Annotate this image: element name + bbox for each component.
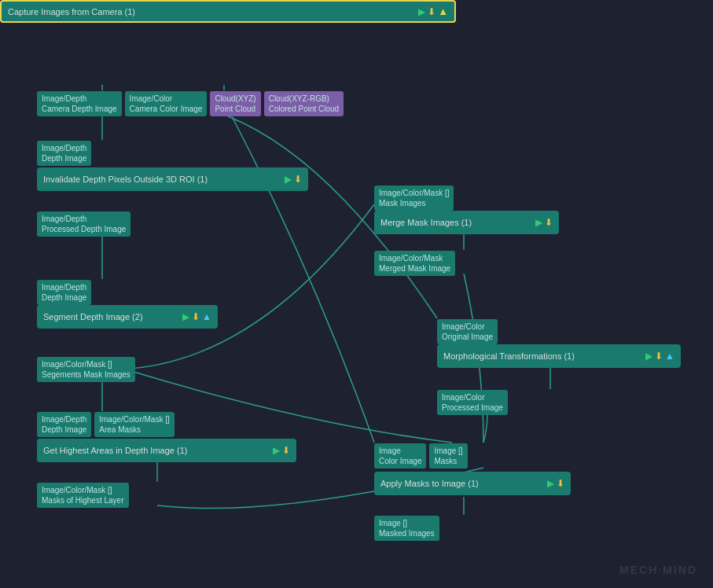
segment-actions[interactable]: ▶ ⬇ ▲	[182, 311, 211, 322]
capture-arrow-icon[interactable]: ⬇	[428, 6, 436, 17]
get-highest-arrow-icon[interactable]: ⬇	[282, 445, 290, 456]
apply-out-label: Image []Masked Images	[374, 516, 439, 541]
merge-out-port: Image/Color/MaskMerged Mask Image	[374, 250, 455, 277]
morph-person-icon[interactable]: ▲	[665, 351, 674, 362]
segment-out-port: Image/Color/Mask []Segements Mask Images	[37, 356, 135, 383]
apply-in2-label: Image []Masks	[429, 443, 467, 469]
port-depth-image: Image/DepthCamera Depth Image	[37, 91, 122, 116]
apply-node: Apply Masks to Image (1) ▶ ⬇	[374, 472, 571, 495]
segment-label: Segment Depth Image (2)	[43, 312, 143, 322]
invalidate-out-label: Image/DepthProcessed Depth Image	[37, 211, 130, 237]
morph-out-label: Image/ColorProcessed Image	[437, 390, 508, 415]
get-highest-out-label: Image/Color/Mask []Masks of Highest Laye…	[37, 483, 129, 508]
merge-out-label: Image/Color/MaskMerged Mask Image	[374, 251, 455, 276]
invalidate-out-port: Image/DepthProcessed Depth Image	[37, 211, 130, 237]
morph-in-label: Image/ColorOriginal Image	[437, 319, 498, 344]
segment-person-icon[interactable]: ▲	[202, 311, 211, 322]
invalidate-node: Invalidate Depth Pixels Outside 3D ROI (…	[37, 167, 308, 191]
morph-box: Morphological Transformations (1) ▶ ⬇ ▲	[437, 344, 681, 368]
capture-expand-icon[interactable]: ▲	[438, 6, 448, 17]
invalidate-play-icon[interactable]: ▶	[285, 174, 292, 185]
apply-arrow-icon[interactable]: ⬇	[557, 478, 564, 489]
segment-out-label: Image/Color/Mask []Segements Mask Images	[37, 357, 135, 382]
segment-play-icon[interactable]: ▶	[182, 311, 189, 322]
apply-play-icon[interactable]: ▶	[547, 478, 554, 489]
merge-box: Merge Mask Images (1) ▶ ⬇	[374, 211, 559, 234]
morph-out-port: Image/ColorProcessed Image	[437, 389, 508, 416]
morph-in-port: Image/ColorOriginal Image	[437, 318, 498, 345]
capture-actions[interactable]: ▶ ⬇ ▲	[418, 6, 448, 17]
segment-node: Segment Depth Image (2) ▶ ⬇ ▲	[37, 305, 218, 329]
segment-in-label: Image/DepthDepth Image	[37, 280, 91, 305]
morph-play-icon[interactable]: ▶	[645, 351, 652, 362]
merge-play-icon[interactable]: ▶	[535, 217, 542, 228]
get-highest-in1-label: Image/DepthDepth Image	[37, 412, 91, 437]
apply-actions[interactable]: ▶ ⬇	[547, 478, 564, 489]
segment-arrow-icon[interactable]: ⬇	[192, 311, 200, 322]
get-highest-label: Get Highest Areas in Depth Image (1)	[43, 446, 187, 455]
segment-in-port: Image/DepthDepth Image	[37, 279, 91, 306]
capture-label: Capture Images from Camera (1)	[8, 7, 135, 17]
mask-images-in-port: Image/Color/Mask []Mask Images	[374, 185, 454, 211]
merge-label: Merge Mask Images (1)	[380, 218, 472, 227]
segment-box: Segment Depth Image (2) ▶ ⬇ ▲	[37, 305, 218, 329]
morph-arrow-icon[interactable]: ⬇	[655, 351, 663, 362]
logo: MECH·MIND	[619, 564, 697, 576]
invalidate-label: Invalidate Depth Pixels Outside 3D ROI (…	[43, 175, 208, 184]
invalidate-actions[interactable]: ▶ ⬇	[285, 174, 302, 185]
merge-node: Merge Mask Images (1) ▶ ⬇	[374, 211, 559, 234]
capture-node: Capture Images from Camera (1) ▶ ⬇ ▲	[0, 0, 456, 23]
port-point-cloud: Cloud(XYZ)Point Cloud	[210, 91, 260, 116]
get-highest-play-icon[interactable]: ▶	[273, 445, 280, 456]
morph-actions[interactable]: ▶ ⬇ ▲	[645, 351, 674, 362]
apply-out-port: Image []Masked Images	[374, 515, 439, 542]
invalidate-arrow-icon[interactable]: ⬇	[294, 174, 302, 185]
morph-node: Morphological Transformations (1) ▶ ⬇ ▲	[437, 344, 681, 368]
get-highest-in-ports: Image/DepthDepth Image Image/Color/Mask …	[37, 411, 175, 438]
invalidate-in-label: Image/DepthDepth Image	[37, 141, 91, 166]
get-highest-out-port: Image/Color/Mask []Masks of Highest Laye…	[37, 482, 129, 509]
mask-images-in-label: Image/Color/Mask []Mask Images	[374, 186, 454, 211]
get-highest-in2-label: Image/Color/Mask []Area Masks	[94, 412, 174, 437]
port-color-image: Image/ColorCamera Color Image	[125, 91, 208, 116]
port-colored-point-cloud: Cloud(XYZ-RGB)Colored Point Cloud	[264, 91, 344, 116]
merge-actions[interactable]: ▶ ⬇	[535, 217, 553, 228]
invalidate-box: Invalidate Depth Pixels Outside 3D ROI (…	[37, 167, 308, 191]
capture-play-icon[interactable]: ▶	[418, 6, 425, 17]
apply-in1-label: ImageColor Image	[374, 443, 426, 469]
apply-label: Apply Masks to Image (1)	[380, 479, 479, 488]
apply-in-ports: ImageColor Image Image []Masks	[374, 443, 468, 469]
get-highest-actions[interactable]: ▶ ⬇	[273, 445, 290, 456]
morph-label: Morphological Transformations (1)	[443, 351, 575, 361]
apply-box: Apply Masks to Image (1) ▶ ⬇	[374, 472, 571, 495]
capture-output-ports: Image/DepthCamera Depth Image Image/Colo…	[37, 90, 344, 117]
canvas: Capture Images from Camera (1) ▶ ⬇ ▲ Ima…	[0, 0, 713, 588]
get-highest-node: Get Highest Areas in Depth Image (1) ▶ ⬇	[37, 439, 296, 462]
get-highest-box: Get Highest Areas in Depth Image (1) ▶ ⬇	[37, 439, 296, 462]
merge-arrow-icon[interactable]: ⬇	[545, 217, 553, 228]
invalidate-in-port: Image/DepthDepth Image	[37, 140, 91, 167]
